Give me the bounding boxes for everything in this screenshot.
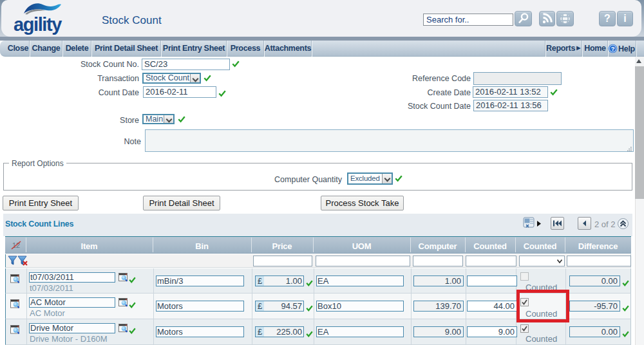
svg-text:agility: agility bbox=[14, 14, 62, 35]
svg-text:?: ? bbox=[611, 45, 615, 52]
